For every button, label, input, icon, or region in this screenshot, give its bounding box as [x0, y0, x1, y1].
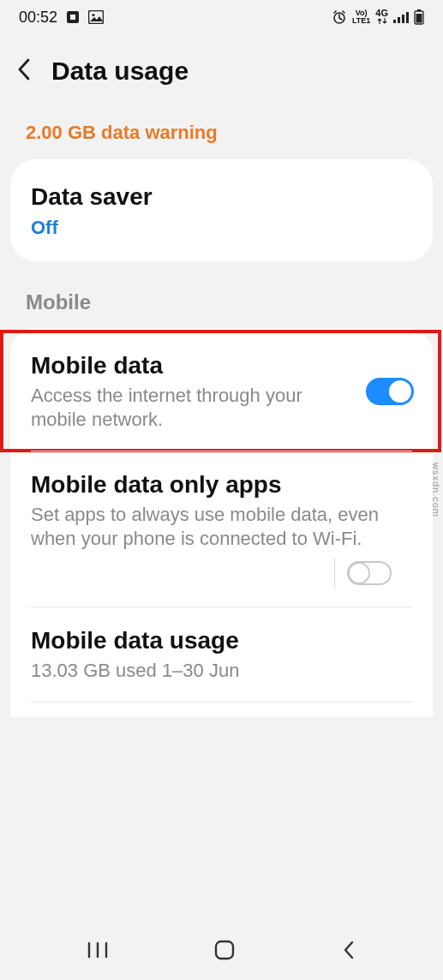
signal-icon [393, 11, 409, 23]
recents-button[interactable] [87, 941, 109, 962]
section-mobile-label: Mobile [0, 261, 443, 328]
nav-back-button[interactable] [341, 939, 356, 965]
home-button[interactable] [213, 939, 236, 965]
mobile-data-usage-sub: 13.03 GB used 1–30 Jun [31, 659, 412, 683]
mobile-data-usage-row[interactable]: Mobile data usage 13.03 GB used 1–30 Jun [10, 607, 433, 702]
watermark: wsxdn.com [431, 463, 441, 517]
navigation-bar [0, 923, 443, 980]
status-time: 00:52 [19, 9, 57, 27]
mobile-data-only-apps-toggle[interactable] [347, 561, 392, 585]
data-saver-card[interactable]: Data saver Off [10, 159, 433, 261]
battery-icon [414, 9, 424, 25]
svg-rect-8 [406, 12, 409, 23]
mobile-section-card: Mobile data Access the internet through … [10, 328, 433, 717]
data-warning-label: 2.00 GB data warning [0, 111, 443, 159]
svg-rect-5 [393, 20, 396, 23]
mobile-data-title: Mobile data [31, 350, 350, 380]
alarm-icon [332, 9, 347, 25]
divider [334, 559, 335, 588]
svg-rect-1 [70, 15, 75, 20]
mobile-data-row[interactable]: Mobile data Access the internet through … [2, 332, 440, 451]
page-title: Data usage [51, 57, 189, 86]
data-saver-value: Off [31, 217, 412, 239]
status-bar: 00:52 Vo) LTE1 4G [0, 0, 443, 34]
mobile-data-only-apps-sub: Set apps to always use mobile data, even… [31, 503, 412, 551]
data-saver-title: Data saver [31, 182, 412, 212]
svg-point-3 [92, 14, 94, 16]
next-row-peek[interactable] [10, 702, 433, 717]
svg-rect-2 [89, 11, 104, 24]
svg-rect-11 [416, 14, 422, 23]
mobile-data-usage-title: Mobile data usage [31, 625, 412, 655]
svg-rect-6 [398, 17, 400, 23]
mobile-data-only-apps-title: Mobile data only apps [31, 469, 412, 499]
volte-indicator: Vo) LTE1 [352, 9, 370, 25]
page-header: Data usage [0, 34, 443, 111]
mobile-data-only-apps-row[interactable]: Mobile data only apps Set apps to always… [10, 451, 433, 606]
svg-rect-15 [216, 941, 233, 959]
clock-stop-icon [66, 10, 80, 24]
mobile-data-sub: Access the internet through your mobile … [31, 384, 350, 432]
network-type-indicator: 4G [375, 9, 388, 25]
mobile-data-toggle[interactable] [366, 378, 414, 405]
image-icon [88, 10, 104, 24]
svg-rect-7 [402, 15, 404, 23]
back-icon[interactable] [15, 57, 34, 86]
